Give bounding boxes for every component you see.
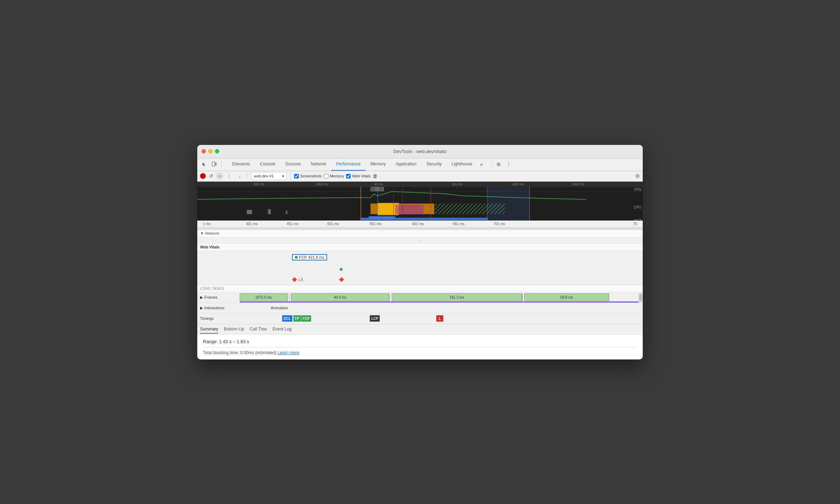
memory-checkbox-label[interactable]: Memory xyxy=(324,174,344,178)
zoom-mark-601: 601 ms xyxy=(412,222,424,226)
tab-summary[interactable]: Summary xyxy=(200,325,218,334)
screenshots-checkbox[interactable] xyxy=(294,174,299,178)
tab-event-log[interactable]: Event Log xyxy=(273,325,292,334)
web-vitals-label: Web Vitals xyxy=(352,174,371,178)
web-vitals-checkbox[interactable] xyxy=(346,174,351,178)
interactions-triangle: ▶ xyxy=(200,306,203,310)
timeline-overview[interactable]: 500 ms 1000 ms 40 ms 901 ms 1401 ms 1901… xyxy=(197,182,643,221)
reload-button[interactable]: ↺ xyxy=(208,173,214,179)
performance-controls: ↺ ⊘ ↑ ↓ web.dev #1 ▾ Screenshots Memory xyxy=(197,171,643,182)
download-button[interactable]: ↓ xyxy=(235,172,244,180)
learn-more-link[interactable]: Learn more xyxy=(278,350,299,355)
settings-icon[interactable]: ⚙ xyxy=(495,160,503,169)
web-vitals-checkbox-label[interactable]: Web Vitals xyxy=(346,174,371,178)
tab-bottom-up[interactable]: Bottom-Up xyxy=(224,325,244,334)
expand-dots[interactable]: ··· xyxy=(197,238,643,244)
fcp-marker: FCP 421.8 ms xyxy=(292,254,327,260)
summary-section: Range: 1.43 s – 1.83 s Total blocking ti… xyxy=(197,335,643,359)
ls-diamond-1 xyxy=(292,277,297,282)
session-selector[interactable]: web.dev #1 ▾ xyxy=(251,172,287,180)
window-title: DevTools - web.dev/vitals/ xyxy=(393,149,447,154)
green-dot-2 xyxy=(340,268,343,271)
fcp-label: FCP xyxy=(299,255,307,259)
devtools-window: DevTools - web.dev/vitals/ Elements Cons… xyxy=(197,145,643,359)
net-bar2 xyxy=(369,216,395,218)
fcp-row[interactable]: FCP 421.8 ms xyxy=(197,251,643,264)
frames-content: 1072.5 ms 40.4 ms 161.3 ms 59.8 ms xyxy=(240,292,643,303)
scrollbar-thumb xyxy=(639,294,642,301)
maximize-button[interactable] xyxy=(215,149,219,153)
interactions-row[interactable]: ▶ Interactions Animation xyxy=(197,303,643,313)
ls-label: LS xyxy=(298,277,303,282)
timings-content: DCL FP FCP LCP L xyxy=(240,313,643,324)
tab-console[interactable]: Console xyxy=(255,158,280,171)
vitals-row-2[interactable] xyxy=(197,264,643,275)
dcl-badge: DCL xyxy=(282,315,292,322)
frames-text: Frames xyxy=(204,295,217,299)
svg-rect-4 xyxy=(286,211,287,214)
frame-value-3: 161.3 ms xyxy=(449,295,464,299)
frames-row[interactable]: ▶ Frames 1072.5 ms 40.4 ms 161.3 ms xyxy=(197,292,643,303)
ls-row[interactable]: LS xyxy=(197,275,643,285)
red-line-1 xyxy=(431,187,431,221)
fcp-dot xyxy=(295,256,298,259)
clear-button[interactable]: 🗑 xyxy=(373,173,378,179)
vitals-dot-2 xyxy=(340,268,343,271)
close-button[interactable] xyxy=(202,149,206,153)
blocking-text: Total blocking time: 0.00ms (estimated) … xyxy=(203,350,637,355)
screenshots-checkbox-label[interactable]: Screenshots xyxy=(294,174,322,178)
frame-divider-red xyxy=(522,294,523,301)
zoom-mark-501: 501 ms xyxy=(327,222,339,226)
ruler-mark-1401: 1401 ms xyxy=(512,182,524,186)
tab-elements[interactable]: Elements xyxy=(227,158,255,171)
ruler-mark-40: 40 ms xyxy=(374,182,383,186)
tab-sources[interactable]: Sources xyxy=(280,158,306,171)
cancel-button[interactable]: ⊘ xyxy=(216,173,223,179)
screenshots-label: Screenshots xyxy=(300,174,322,178)
svg-rect-7 xyxy=(395,205,424,215)
summary-divider xyxy=(203,347,637,347)
ruler-vline-1 xyxy=(327,223,328,224)
network-section-header[interactable]: ▼ Network xyxy=(197,230,643,238)
zoom-mark-451: 451 ms xyxy=(287,222,298,226)
traffic-lights xyxy=(202,149,219,153)
dark-line-2 xyxy=(402,187,403,221)
tab-call-tree[interactable]: Call Tree xyxy=(250,325,267,334)
more-tabs-button[interactable]: » xyxy=(477,158,486,171)
minimize-button[interactable] xyxy=(208,149,212,153)
zoom-mark-651: 651 ms xyxy=(453,222,465,226)
ls-diamond-2 xyxy=(339,277,344,282)
interactions-purple-bar xyxy=(240,301,643,303)
lcp-label: LCP xyxy=(371,317,378,321)
capture-settings-icon[interactable]: ⚙ xyxy=(635,173,640,179)
tracks-area: FPS CPU NET xyxy=(197,187,643,221)
frame-block-2: 40.4 ms xyxy=(291,293,389,301)
tab-security[interactable]: Security xyxy=(421,158,447,171)
svg-rect-1 xyxy=(215,163,216,165)
timings-text: Timings xyxy=(200,316,214,321)
ruler-mark-500: 500 ms xyxy=(254,182,264,186)
tab-performance[interactable]: Performance xyxy=(331,158,366,171)
device-icon[interactable] xyxy=(210,160,218,169)
fcp-timing-label: FCP xyxy=(303,317,310,321)
toolbar-separator xyxy=(221,161,222,168)
record-button[interactable] xyxy=(200,173,206,179)
frame-value-4: 59.8 ms xyxy=(560,295,573,299)
long-tasks-header: LONG TASKS xyxy=(197,285,643,292)
memory-checkbox[interactable] xyxy=(324,174,328,178)
tab-application[interactable]: Application xyxy=(391,158,421,171)
upload-button[interactable]: ↑ xyxy=(225,172,233,180)
cursor-icon[interactable] xyxy=(200,160,209,169)
nav-tabs: Elements Console Sources Network Perform… xyxy=(224,158,489,171)
memory-label: Memory xyxy=(330,174,344,178)
frame-block-3: 161.3 ms xyxy=(392,293,522,301)
tab-network[interactable]: Network xyxy=(306,158,331,171)
tab-memory[interactable]: Memory xyxy=(366,158,391,171)
more-options-icon[interactable]: ⋮ xyxy=(504,160,513,169)
controls-sep xyxy=(247,173,248,179)
timings-row[interactable]: Timings DCL FP FCP xyxy=(197,313,643,324)
devtools-body: Elements Console Sources Network Perform… xyxy=(197,158,643,359)
frame-block-1: 1072.5 ms xyxy=(240,293,287,301)
blocking-time-text: Total blocking time: 0.00ms (estimated) xyxy=(203,350,276,355)
tab-lighthouse[interactable]: Lighthouse xyxy=(447,158,477,171)
